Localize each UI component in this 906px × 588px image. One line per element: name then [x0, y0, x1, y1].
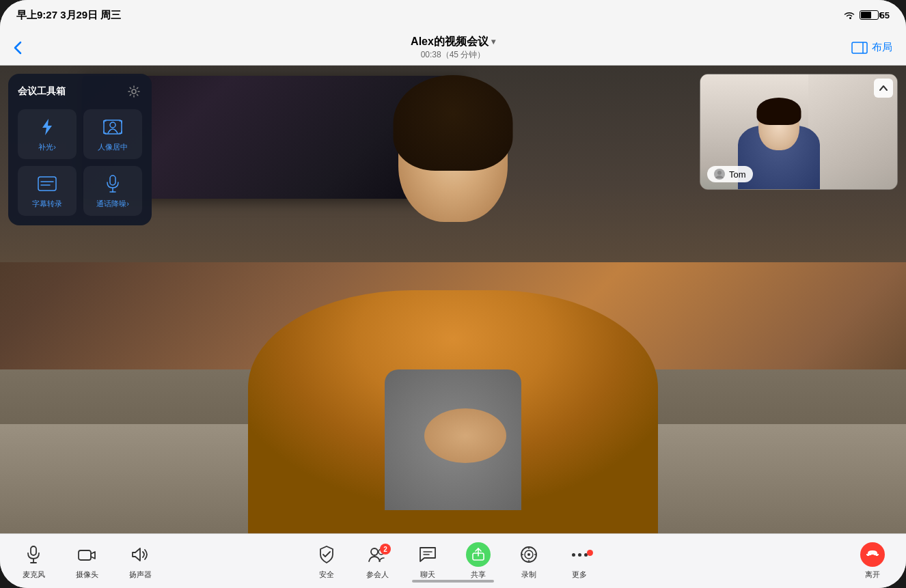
- participants-badge: 2: [380, 544, 391, 555]
- layout-label: 布局: [872, 41, 892, 54]
- wifi-icon: [843, 10, 855, 20]
- speaker-button[interactable]: 扬声器: [123, 542, 157, 580]
- noise-reduction-icon: [102, 173, 124, 195]
- lightning-icon: [36, 116, 58, 138]
- security-icon: [314, 542, 339, 567]
- tom-person-icon: [714, 169, 725, 180]
- tom-hair: [757, 98, 801, 125]
- person-hand: [424, 408, 506, 463]
- mic-label: 麦克风: [23, 570, 45, 580]
- svg-point-23: [527, 553, 530, 556]
- main-content: 会议工具箱 补光›: [0, 66, 906, 533]
- badge-container: 2: [368, 546, 387, 563]
- battery-percent: 55: [880, 10, 890, 20]
- toolbox-item-noise[interactable]: 通话降噪›: [83, 166, 142, 216]
- more-icon: [567, 542, 592, 567]
- battery-fill: [861, 12, 872, 18]
- share-button[interactable]: 共享: [461, 542, 495, 580]
- toolbox-settings-button[interactable]: [126, 83, 142, 100]
- svg-rect-5: [38, 177, 56, 191]
- toolbar-center-group: 安全 2 参会人: [310, 542, 596, 580]
- toolbox-title: 会议工具箱: [18, 85, 66, 98]
- speaker-label: 扬声器: [129, 570, 152, 580]
- more-label: 更多: [572, 570, 587, 580]
- leave-button[interactable]: 离开: [855, 542, 890, 580]
- nav-title: Alex的视频会议 ▾: [411, 35, 495, 49]
- participants-button[interactable]: 2 参会人: [360, 542, 394, 580]
- toolbox-noise-label: 通话降噪›: [96, 199, 129, 209]
- home-indicator: [412, 580, 494, 583]
- collapse-thumbnail-button[interactable]: [874, 79, 893, 98]
- svg-rect-8: [110, 176, 115, 185]
- portrait-center-icon: [102, 116, 124, 138]
- nav-right: 布局: [851, 41, 892, 54]
- back-button[interactable]: [14, 41, 41, 55]
- leave-icon: [860, 542, 885, 567]
- speaker-icon: [128, 542, 152, 567]
- share-label: 共享: [471, 570, 486, 580]
- chat-button[interactable]: 聊天: [411, 542, 445, 580]
- device-frame: 早上9:27 3月29日 周三 55 Alex的视频会: [0, 0, 906, 588]
- toolbox-item-portrait[interactable]: 人像居中: [83, 109, 142, 159]
- status-time: 早上9:27 3月29日 周三: [16, 9, 121, 22]
- thumb-name-tag: Tom: [707, 166, 753, 182]
- more-red-dot: [587, 550, 593, 556]
- participants-label: 参会人: [366, 570, 389, 580]
- nav-bar: Alex的视频会议 ▾ 00:38（45 分钟） 布局: [0, 30, 906, 66]
- leave-label: 离开: [865, 570, 880, 580]
- camera-button[interactable]: 摄像头: [70, 542, 104, 580]
- toolbox-portrait-label: 人像居中: [98, 142, 128, 152]
- chat-icon: [415, 542, 440, 567]
- toolbox-item-caption[interactable]: 字幕转录: [18, 166, 77, 216]
- share-icon: [466, 542, 491, 567]
- toolbar-left-group: 麦克风 摄像头: [16, 542, 157, 580]
- svg-rect-0: [852, 42, 867, 53]
- nav-subtitle: 00:38（45 分钟）: [411, 49, 495, 61]
- camera-icon: [74, 542, 99, 567]
- caption-icon: [36, 173, 58, 195]
- toolbox-item-light[interactable]: 补光›: [18, 109, 77, 159]
- participants-icon: 2: [365, 542, 389, 567]
- svg-point-11: [717, 171, 722, 175]
- svg-point-4: [110, 122, 115, 128]
- more-button[interactable]: 更多: [562, 542, 596, 580]
- status-bar: 早上9:27 3月29日 周三 55: [0, 0, 906, 30]
- svg-rect-12: [31, 546, 36, 555]
- record-label: 录制: [521, 570, 536, 580]
- layout-button[interactable]: 布局: [851, 41, 892, 54]
- tom-name: Tom: [729, 169, 746, 180]
- toolbar-right-group: 离开: [855, 542, 890, 580]
- toolbox-header: 会议工具箱: [18, 83, 142, 100]
- toolbox-panel: 会议工具箱 补光›: [8, 74, 152, 225]
- thumb-video: Tom: [700, 74, 897, 189]
- layout-icon: [851, 42, 868, 54]
- record-button[interactable]: 录制: [512, 542, 546, 580]
- mic-button[interactable]: 麦克风: [16, 542, 51, 580]
- gear-icon: [128, 85, 140, 98]
- camera-label: 摄像头: [76, 570, 98, 580]
- status-icons: 55: [843, 10, 890, 20]
- security-button[interactable]: 安全: [310, 542, 344, 580]
- toolbox-grid: 补光›: [18, 109, 142, 216]
- svg-point-2: [132, 89, 136, 94]
- record-icon: [517, 542, 541, 567]
- nav-title-chevron: ▾: [491, 37, 495, 46]
- battery-box: [860, 10, 879, 20]
- toolbox-caption-label: 字幕转录: [32, 199, 62, 209]
- chat-label: 聊天: [420, 570, 435, 580]
- chevron-up-icon: [879, 85, 888, 92]
- person-hair: [394, 75, 513, 171]
- more-badge-container: [572, 553, 588, 557]
- participant-thumb-tom: Tom: [700, 74, 898, 190]
- mic-icon: [21, 542, 46, 567]
- svg-point-16: [371, 548, 378, 555]
- svg-rect-15: [79, 550, 91, 560]
- security-label: 安全: [319, 570, 334, 580]
- nav-center: Alex的视频会议 ▾ 00:38（45 分钟）: [411, 35, 495, 61]
- toolbox-light-label: 补光›: [38, 142, 56, 152]
- battery-indicator: 55: [860, 10, 890, 20]
